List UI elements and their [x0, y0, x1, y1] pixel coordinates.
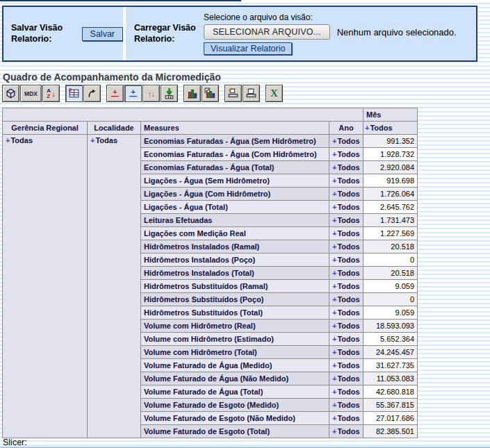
save-button[interactable]: Salvar: [82, 27, 123, 41]
chart-icon[interactable]: [183, 85, 201, 102]
expand-icon[interactable]: +: [332, 229, 336, 238]
expand-icon[interactable]: +: [332, 308, 336, 317]
expand-icon[interactable]: +: [332, 256, 336, 264]
expand-icon[interactable]: +: [332, 176, 336, 185]
year-member-cell[interactable]: +Todos: [329, 359, 364, 372]
measure-label-cell[interactable]: Ligações - Água (Total): [141, 201, 329, 214]
measure-label-cell[interactable]: Volume Faturado de Esgoto (Não Medido): [141, 412, 329, 425]
year-member-cell[interactable]: +Todos: [329, 399, 364, 412]
expand-icon[interactable]: +: [332, 401, 336, 409]
year-member-cell[interactable]: +Todos: [329, 227, 364, 240]
expand-icon[interactable]: +: [332, 374, 336, 383]
measure-label-cell[interactable]: Economias Faturadas - Água (Total): [141, 161, 329, 174]
expand-icon[interactable]: +: [332, 190, 336, 198]
expand-icon[interactable]: +: [332, 137, 336, 145]
expand-icon[interactable]: +: [332, 216, 336, 224]
measure-label-cell[interactable]: Ligações com Medição Real: [141, 227, 329, 240]
measure-label-cell[interactable]: Volume com Hidrômetro (Estimado): [141, 333, 329, 346]
select-file-button[interactable]: SELECIONAR ARQUIVO...: [204, 24, 330, 40]
sort-az-icon[interactable]: AZ↓: [42, 85, 60, 102]
expand-icon[interactable]: +: [332, 322, 336, 330]
month-member-header[interactable]: +Todos: [364, 122, 418, 135]
measure-label-cell[interactable]: Volume Faturado de Água (Medido): [141, 359, 329, 372]
year-member-cell[interactable]: +Todos: [329, 188, 364, 201]
year-member-cell[interactable]: +Todos: [329, 385, 364, 399]
measure-label-cell[interactable]: Ligações - Água (Sem Hidrômetro): [141, 174, 329, 188]
measure-label-cell[interactable]: Hidrômetros Instalados (Ramal): [141, 240, 329, 254]
year-member-cell[interactable]: +Todos: [329, 333, 364, 346]
mdx-button[interactable]: MDX: [20, 85, 42, 102]
measure-label-cell[interactable]: Hidrômetros Substituídos (Ramal): [141, 280, 329, 293]
measure-label-cell[interactable]: Economias Faturadas - Água (Com Hidrômet…: [141, 148, 329, 161]
year-member-cell[interactable]: +Todos: [329, 320, 364, 333]
year-member-cell[interactable]: +Todos: [329, 135, 364, 148]
expand-icon[interactable]: +: [6, 136, 10, 144]
measure-label-cell[interactable]: Economias Faturadas - Água (Sem Hidrômet…: [141, 135, 329, 148]
measure-label-cell[interactable]: Volume Faturado de Esgoto (Total): [141, 425, 329, 438]
year-member-cell[interactable]: +Todos: [329, 267, 364, 280]
expand-icon[interactable]: +: [332, 295, 336, 304]
field-grid-icon[interactable]: 0: [65, 85, 83, 102]
expand-icon[interactable]: +: [332, 348, 336, 356]
year-member-cell[interactable]: +Todos: [329, 425, 364, 438]
measure-label-cell[interactable]: Volume Faturado de Esgoto (Medido): [141, 399, 329, 412]
cube-icon[interactable]: [2, 85, 19, 102]
year-member-cell[interactable]: +Todos: [329, 306, 364, 320]
measure-label-cell[interactable]: Volume Faturado de Água (Total): [141, 385, 329, 399]
locality-field-header[interactable]: Localidade: [88, 122, 141, 135]
year-member-cell[interactable]: +Todos: [329, 214, 364, 227]
pivot-arrow-icon[interactable]: [83, 85, 101, 102]
measure-label-cell[interactable]: Volume Faturado de Água (Não Medido): [141, 372, 329, 385]
year-member-cell[interactable]: +Todos: [329, 346, 364, 359]
expand-icon[interactable]: +: [332, 269, 336, 277]
measures-field-header[interactable]: Measures: [141, 122, 329, 135]
measure-label-cell[interactable]: Volume com Hidrômetro (Total): [141, 346, 329, 359]
pivot-table: Mês Gerência Regional Localidade Measure…: [2, 108, 418, 438]
expand-icon[interactable]: +: [332, 388, 336, 396]
expand-icon[interactable]: +: [332, 203, 336, 211]
measure-label-cell[interactable]: Hidrômetros Substituídos (Poço): [141, 293, 329, 306]
pivot-toolbar: MDX AZ↓ 0 +— +— ↑↓ X: [2, 85, 284, 104]
measure-label-cell[interactable]: Leituras Efetuadas: [141, 214, 329, 227]
year-member-cell[interactable]: +Todos: [329, 254, 364, 267]
move-updown-icon[interactable]: ↑↓: [142, 85, 160, 102]
year-member-cell[interactable]: +Todos: [329, 201, 364, 214]
print-icon[interactable]: [243, 85, 260, 102]
expand-icon[interactable]: +: [332, 414, 336, 422]
year-member-cell[interactable]: +Todos: [329, 161, 364, 174]
year-member-cell[interactable]: +Todos: [329, 293, 364, 306]
year-field-header[interactable]: Ano: [329, 122, 364, 135]
month-field-header[interactable]: Mês: [364, 108, 418, 122]
year-member-cell[interactable]: +Todos: [329, 280, 364, 293]
export-icon[interactable]: [224, 85, 242, 102]
expand-red-icon[interactable]: +—: [106, 85, 124, 102]
measure-label-cell[interactable]: Ligações - Água (Com Hidrômetro): [141, 188, 329, 201]
measure-label-cell[interactable]: Hidrômetros Instalados (Total): [141, 267, 329, 280]
expand-icon[interactable]: +: [332, 427, 336, 435]
excel-icon[interactable]: X: [266, 85, 283, 102]
drill-icon[interactable]: [161, 85, 178, 102]
expand-icon[interactable]: +: [332, 163, 336, 172]
expand-icon[interactable]: +: [332, 150, 336, 158]
expand-icon[interactable]: +: [90, 136, 95, 144]
expand-icon[interactable]: +: [332, 242, 336, 251]
measure-label-cell[interactable]: Volume com Hidrômetro (Real): [141, 320, 329, 333]
year-member-cell[interactable]: +Todos: [329, 148, 364, 161]
expand-blue-icon[interactable]: +—: [124, 85, 142, 102]
load-view-label: Carregar Visão Relatorio:: [134, 23, 199, 44]
expand-icon[interactable]: +: [332, 335, 336, 343]
expand-icon[interactable]: +: [332, 282, 336, 290]
locality-member-cell[interactable]: +Todas: [88, 135, 141, 438]
expand-icon[interactable]: +: [365, 124, 369, 132]
measure-label-cell[interactable]: Hidrômetros Instalados (Poço): [141, 254, 329, 267]
year-member-cell[interactable]: +Todos: [329, 174, 364, 188]
region-member-cell[interactable]: +Todas: [3, 135, 88, 438]
year-member-cell[interactable]: +Todos: [329, 240, 364, 254]
region-field-header[interactable]: Gerência Regional: [3, 122, 88, 135]
year-member-cell[interactable]: +Todos: [329, 372, 364, 385]
chart-check-icon[interactable]: [202, 85, 219, 102]
year-member-cell[interactable]: +Todos: [329, 412, 364, 425]
measure-label-cell[interactable]: Hidrômetros Substituídos (Total): [141, 306, 329, 320]
view-report-button[interactable]: Visualizar Relatorio: [204, 42, 292, 55]
expand-icon[interactable]: +: [332, 361, 336, 370]
